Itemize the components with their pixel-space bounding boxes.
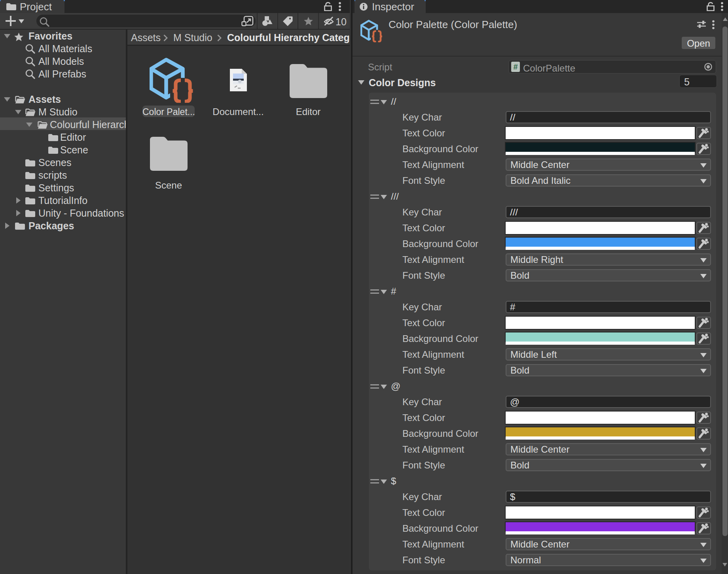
svg-text:#: # <box>513 62 518 71</box>
